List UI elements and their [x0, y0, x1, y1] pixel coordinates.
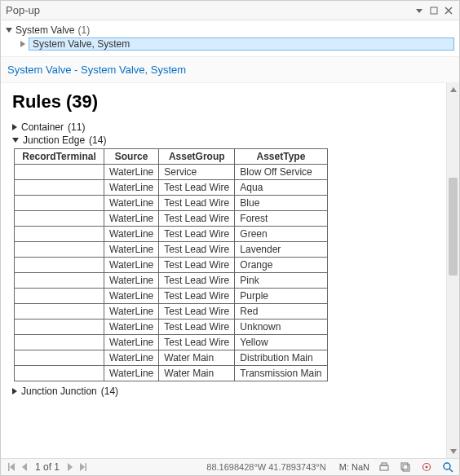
cell: Test Lead Wire [159, 211, 235, 227]
svg-marker-8 [22, 463, 27, 471]
menu-dropdown-icon[interactable] [414, 5, 425, 16]
cell: Service [159, 165, 235, 180]
nav-first-icon[interactable] [6, 461, 17, 473]
col-recordterminal: RecordTerminal [15, 149, 104, 165]
autohide-icon[interactable] [428, 5, 440, 16]
expander-down-icon[interactable] [6, 28, 12, 33]
svg-point-18 [444, 463, 450, 469]
titlebar: Pop-up [1, 1, 459, 20]
expander-right-icon[interactable] [12, 388, 17, 394]
cell: WaterLine [104, 196, 159, 211]
group-container[interactable]: Container (11) [12, 121, 446, 134]
tree-root-label: System Valve [15, 24, 74, 36]
cell [15, 242, 104, 258]
table-row[interactable]: WaterLineTest Lead WirePink [15, 273, 328, 289]
svg-marker-0 [416, 9, 422, 13]
svg-marker-4 [450, 87, 457, 92]
svg-rect-14 [401, 463, 408, 469]
page-indicator: 1 of 1 [35, 461, 60, 473]
group-junction-junction[interactable]: Junction Junction (14) [12, 385, 446, 398]
tree-child[interactable]: System Valve, System [6, 37, 454, 51]
svg-rect-13 [382, 463, 387, 465]
tree-child-label[interactable]: System Valve, System [29, 37, 454, 51]
svg-rect-15 [403, 465, 409, 471]
scroll-up-icon[interactable] [447, 83, 459, 96]
cell: Orange [235, 258, 327, 273]
scroll-track[interactable] [447, 96, 459, 445]
tree-root[interactable]: System Valve (1) [6, 24, 454, 37]
expander-right-icon[interactable] [12, 124, 17, 130]
cell: WaterLine [104, 242, 159, 258]
tree-root-count: (1) [77, 24, 90, 36]
scroll-thumb[interactable] [449, 178, 458, 275]
settings-gear-icon[interactable] [420, 461, 433, 474]
cell: WaterLine [104, 350, 159, 366]
cell: WaterLine [104, 320, 159, 335]
cell: WaterLine [104, 211, 159, 227]
cell: Test Lead Wire [159, 227, 235, 242]
table-row[interactable]: WaterLineTest Lead WireYellow [15, 335, 328, 350]
cell: WaterLine [104, 180, 159, 196]
cell: Blue [235, 196, 327, 211]
cell: Water Main [159, 350, 235, 366]
table-row[interactable]: WaterLineTest Lead WireAqua [15, 180, 328, 196]
cell: Distribution Main [235, 350, 327, 366]
rules-heading: Rules (39) [12, 91, 446, 112]
table-row[interactable]: WaterLineWater MainDistribution Main [15, 350, 328, 366]
feature-link-row: System Valve - System Valve, System [1, 56, 459, 83]
group-count: (11) [68, 121, 85, 133]
cell: WaterLine [104, 258, 159, 273]
cell: Test Lead Wire [159, 180, 235, 196]
svg-rect-11 [86, 463, 87, 471]
table-row[interactable]: WaterLineWater MainTransmission Main [15, 366, 328, 381]
cell [15, 165, 104, 180]
svg-marker-9 [68, 463, 73, 471]
cell: Aqua [235, 180, 327, 196]
svg-rect-7 [8, 463, 10, 471]
expander-right-icon[interactable] [20, 41, 25, 47]
feature-link[interactable]: System Valve - System Valve, System [7, 64, 186, 76]
group-count: (14) [101, 386, 118, 397]
copy-icon[interactable] [399, 461, 412, 474]
cell: Test Lead Wire [159, 335, 235, 350]
col-source: Source [104, 149, 159, 165]
table-row[interactable]: WaterLineTest Lead WireLavender [15, 242, 328, 258]
svg-point-17 [426, 466, 428, 469]
search-icon[interactable] [441, 461, 454, 474]
svg-line-19 [449, 469, 453, 472]
content-area: Rules (39) Container (11) Junction Edge … [1, 83, 459, 458]
cell: WaterLine [104, 273, 159, 289]
cell: Pink [235, 273, 327, 289]
table-row[interactable]: WaterLineTest Lead WireBlue [15, 196, 328, 211]
cell: Forest [235, 211, 327, 227]
svg-rect-12 [380, 465, 388, 470]
nav-next-icon[interactable] [64, 461, 76, 473]
expander-down-icon[interactable] [12, 138, 19, 143]
table-row[interactable]: WaterLineTest Lead WireGreen [15, 227, 328, 242]
table-row[interactable]: WaterLineTest Lead WireOrange [15, 258, 328, 273]
statusbar: 1 of 1 88.1698428°W 41.7893743°N M: NaN [1, 458, 459, 475]
cell: WaterLine [104, 165, 159, 180]
close-icon[interactable] [443, 5, 454, 16]
cell: WaterLine [104, 227, 159, 242]
record-nav: 1 of 1 [6, 461, 89, 473]
table-row[interactable]: WaterLineTest Lead WirePurple [15, 289, 328, 304]
nav-prev-icon[interactable] [19, 461, 30, 473]
table-row[interactable]: WaterLineTest Lead WireForest [15, 211, 328, 227]
cell [15, 335, 104, 350]
cell: WaterLine [104, 289, 159, 304]
group-junction-edge[interactable]: Junction Edge (14) [12, 134, 446, 147]
table-row[interactable]: WaterLineServiceBlow Off Service [15, 165, 328, 180]
scrollbar[interactable] [446, 83, 459, 458]
rules-table: RecordTerminal Source AssetGroup AssetTy… [14, 148, 328, 381]
svg-marker-6 [10, 463, 15, 471]
print-icon[interactable] [378, 461, 391, 474]
cell: Test Lead Wire [159, 289, 235, 304]
nav-last-icon[interactable] [77, 461, 89, 473]
table-row[interactable]: WaterLineTest Lead WireRed [15, 304, 328, 320]
table-row[interactable]: WaterLineTest Lead WireUnknown [15, 320, 328, 335]
cell [15, 289, 104, 304]
scroll-down-icon[interactable] [447, 445, 459, 458]
cell [15, 366, 104, 381]
group-label: Container [21, 121, 64, 133]
